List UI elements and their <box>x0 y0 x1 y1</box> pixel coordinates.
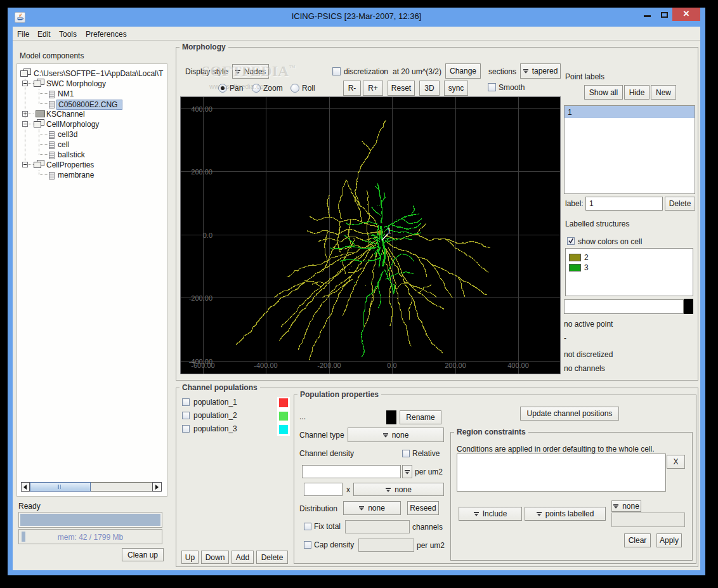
svg-text:1: 1 <box>387 226 391 235</box>
